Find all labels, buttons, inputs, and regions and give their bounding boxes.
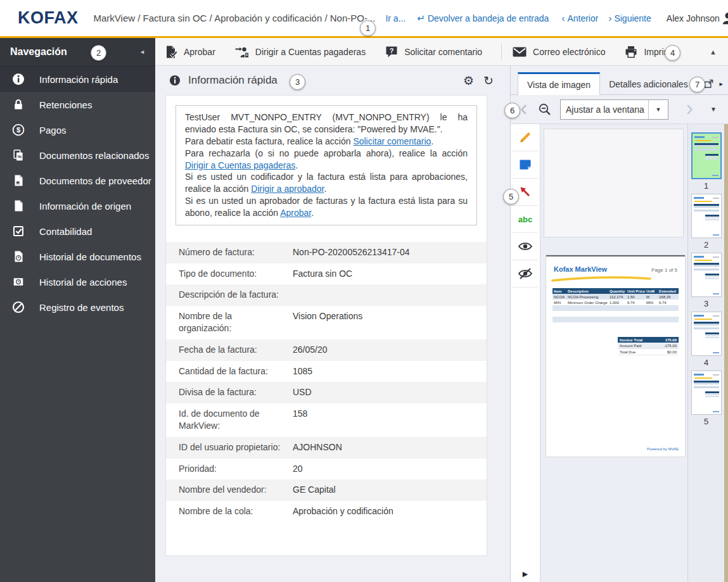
hide-annotations-button[interactable] <box>513 260 538 288</box>
thumbnail-pageno-bar <box>713 256 719 258</box>
page-thumbnail[interactable] <box>691 312 722 356</box>
toolbar-collapse-button[interactable]: ▲ <box>710 48 717 56</box>
sidebar-item-registro-de-eventos[interactable]: Registro de eventos <box>0 294 155 320</box>
field-label: Tipo de documento: <box>179 268 293 281</box>
inline-action-link[interactable]: Dirigir a aprobador <box>251 184 324 194</box>
toolbar-divider <box>501 44 502 60</box>
previous-page-button[interactable] <box>520 104 527 115</box>
sidebar-item-pagos[interactable]: $ Pagos <box>0 117 155 142</box>
thumbnail-swoosh <box>694 377 712 379</box>
thumbnail-page-number: 3 <box>690 299 723 308</box>
message-line: Para debatir esta factura, realice la ac… <box>185 136 468 148</box>
field-label: Cantidad de la factura: <box>179 365 293 378</box>
invoice-brand: Kofax MarkView <box>554 265 607 273</box>
thumbnail-totals <box>705 215 719 220</box>
viewer-more-dropdown[interactable]: ▼ <box>710 106 717 113</box>
document-viewer[interactable]: Kofax MarkView Page 1 of 5 ItemDescripti… <box>540 124 687 582</box>
zoom-fit-dropdown[interactable]: Ajustar a la ventana ▼ <box>560 99 668 120</box>
tab-overflow-chevron-icon[interactable]: ▸ <box>719 80 723 88</box>
sidebar-item-contabilidad[interactable]: Contabilidad <box>0 218 155 244</box>
quick-info-header: Información rápida ⚙ ↻ <box>155 66 510 95</box>
email-button[interactable]: Correo electrónico <box>512 46 605 58</box>
thumbnail-scrollbar[interactable] <box>724 124 728 582</box>
field-row: Descripción de la factura: <box>166 284 487 306</box>
inline-action-link[interactable]: Solicitar comentario <box>353 136 431 146</box>
page-thumbnail[interactable] <box>691 194 722 238</box>
go-to-link[interactable]: Ir a... <box>385 13 406 23</box>
dropdown-caret-icon[interactable]: ▼ <box>648 100 668 119</box>
sidebar-item-informacion-rapida[interactable]: Información rápida <box>0 66 155 92</box>
invoice-page[interactable]: Kofax MarkView Page 1 of 5 ItemDescripti… <box>546 255 685 457</box>
message-line: Si es un usted un aprobador de facturas … <box>185 195 468 219</box>
invoice-row: MINMinimum Order Charge1.0006.74MIN6.74 <box>552 300 679 305</box>
sidebar-item-documentos-de-proveedor[interactable]: Documentos de proveedor <box>0 168 155 193</box>
invoice-footer: Powered by MVAE <box>647 447 679 451</box>
sidebar-item-documentos-relacionados[interactable]: Documentos relacionados <box>0 142 155 168</box>
approve-button[interactable]: Aprobar <box>164 45 215 59</box>
route-to-ap-button[interactable]: Dirigir a Cuentas pagaderas <box>234 45 366 59</box>
show-annotations-button[interactable] <box>513 233 538 260</box>
person-icon <box>720 10 728 27</box>
next-page-button[interactable] <box>686 104 693 115</box>
field-value: 158 <box>293 408 307 421</box>
page-thumbnail[interactable] <box>691 370 722 415</box>
previous-button[interactable]: ‹Anterior <box>561 13 598 23</box>
invoice-col-header: Quantity <box>608 289 626 293</box>
navigation-sidebar: Navegación ◄ Información rápida Retencio… <box>0 38 155 582</box>
thumbnail-table-row <box>694 149 718 151</box>
thumbnail-totals-header <box>705 391 719 393</box>
sticky-note-tool-button[interactable] <box>513 151 538 179</box>
vendor-document-icon <box>11 174 25 187</box>
invoice-empty-row <box>552 317 679 322</box>
page-thumbnail[interactable] <box>691 253 722 297</box>
tab-vista-de-imagen[interactable]: Vista de imagen <box>518 72 600 95</box>
sidebar-item-retenciones[interactable]: Retenciones <box>0 92 155 117</box>
field-value: AJOHNSON <box>293 441 342 454</box>
abc-text-icon: abc <box>518 215 532 224</box>
refresh-icon[interactable]: ↻ <box>483 75 494 87</box>
field-value: 26/05/20 <box>293 344 328 357</box>
settings-gear-icon[interactable]: ⚙ <box>463 75 474 87</box>
quick-info-card: TestUser MVT_NONPO_ENTRY (MVT_NONPO_ENTR… <box>165 95 487 556</box>
sidebar-collapse-button[interactable]: ◄ <box>139 49 145 55</box>
inline-action-link[interactable]: Dirigir a Cuentas pagaderas <box>185 160 295 170</box>
lock-icon <box>11 98 25 111</box>
thumbnail-brand-bar <box>694 374 704 376</box>
text-annotation-tool-button[interactable]: abc <box>513 206 538 233</box>
message-text: Si es un usted un aprobador de facturas … <box>185 196 468 218</box>
highlighter-tool-button[interactable] <box>513 124 538 151</box>
inline-action-link[interactable]: Aprobar <box>280 208 311 218</box>
tab-detalles-adicionales[interactable]: Detalles adicionales <box>600 73 697 94</box>
thumbnail-totals-row <box>705 217 719 218</box>
request-comment-button[interactable]: ? Solicitar comentario <box>385 45 482 59</box>
zoom-out-button[interactable] <box>538 103 552 117</box>
sidebar-item-historial-de-documentos[interactable]: Historial de documentos <box>0 244 155 269</box>
invoice-col-header: Description <box>566 289 608 293</box>
thumbnail-pageno-bar <box>713 198 719 199</box>
sidebar-item-historial-de-acciones[interactable]: Historial de acciones <box>0 269 155 294</box>
invoice-empty-row <box>552 305 679 311</box>
thumbnail-block: 3 <box>690 253 723 308</box>
sidebar-item-informacion-de-origen[interactable]: Información de origen <box>0 193 155 218</box>
open-external-icon[interactable] <box>704 79 713 89</box>
sidebar-item-label: Documentos de proveedor <box>39 175 151 186</box>
field-row: Prioridad:20 <box>166 459 487 480</box>
viewer-toolbar: Ajustar a la ventana ▼ ▼ <box>511 95 728 124</box>
info-icon <box>11 72 25 86</box>
invoice-cell: M <box>645 295 658 299</box>
svg-text:$: $ <box>16 126 20 134</box>
invoice-table: ItemDescriptionQuantityUnit PriceUoMExte… <box>552 288 679 328</box>
expand-tools-button[interactable]: ▶ <box>511 570 540 578</box>
thumbnail-brand-bar <box>694 136 705 138</box>
next-button[interactable]: ›Siguiente <box>608 13 651 23</box>
return-to-inbox-link[interactable]: ↵Devolver a bandeja de entrada <box>417 13 549 24</box>
thumbnail-page-number: 4 <box>690 358 723 367</box>
user-menu-button[interactable] <box>720 10 728 27</box>
page-thumbnail[interactable] <box>691 132 722 179</box>
field-label: Divisa de la factura: <box>179 386 293 399</box>
invoice-total-value: -175.00 <box>664 344 679 348</box>
image-view-panel: Vista de imagen Detalles adicionales ▸ <box>510 66 728 582</box>
thumbnail-preview-header <box>694 256 719 258</box>
related-documents-icon <box>11 148 25 162</box>
invoice-col-header: UoM <box>645 289 658 293</box>
